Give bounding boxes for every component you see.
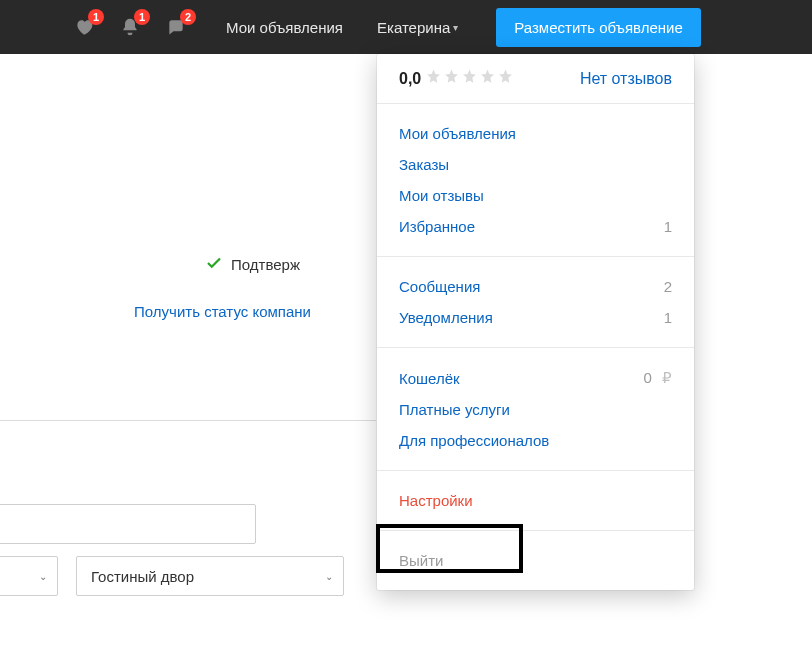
star-icon bbox=[479, 68, 496, 89]
star-icon bbox=[425, 68, 442, 89]
username-label: Екатерина bbox=[377, 19, 450, 36]
top-navbar: 1 1 2 Мои объявления Екатерина ▾ Размест… bbox=[0, 0, 812, 54]
metro-value: Гостиный двор bbox=[91, 568, 194, 585]
dd-messages[interactable]: Сообщения bbox=[399, 278, 480, 295]
menu-section-2: Сообщения 2 Уведомления 1 bbox=[377, 256, 694, 347]
dd-messages-count: 2 bbox=[664, 278, 672, 295]
company-status-link[interactable]: Получить статус компани bbox=[80, 303, 365, 320]
no-reviews-link[interactable]: Нет отзывов bbox=[580, 70, 672, 88]
star-icon bbox=[461, 68, 478, 89]
dd-favorites[interactable]: Избранное bbox=[399, 218, 475, 235]
dd-wallet-amount: 0 bbox=[643, 369, 651, 386]
menu-section-1: Мои объявления Заказы Мои отзывы Избранн… bbox=[377, 103, 694, 256]
confirmed-label: Подтверж bbox=[231, 256, 300, 273]
notifications-badge: 1 bbox=[134, 9, 150, 25]
rating-section: 0,0 Нет отзывов bbox=[377, 54, 694, 103]
dd-paid-services[interactable]: Платные услуги bbox=[399, 401, 510, 418]
dd-my-ads[interactable]: Мои объявления bbox=[399, 125, 516, 142]
star-rating bbox=[425, 68, 514, 89]
text-input[interactable] bbox=[0, 504, 256, 544]
metro-select[interactable]: Гостиный двор ⌄ bbox=[76, 556, 344, 596]
dd-for-pros[interactable]: Для профессионалов bbox=[399, 432, 549, 449]
dd-notifications[interactable]: Уведомления bbox=[399, 309, 493, 326]
checkmark-icon bbox=[205, 254, 223, 275]
menu-section-settings: Настройки bbox=[377, 470, 694, 530]
post-ad-button[interactable]: Разместить объявление bbox=[496, 8, 700, 47]
dd-wallet[interactable]: Кошелёк bbox=[399, 370, 460, 387]
my-ads-link[interactable]: Мои объявления bbox=[226, 19, 343, 36]
menu-section-3: Кошелёк 0 ₽ Платные услуги Для профессио… bbox=[377, 347, 694, 470]
bell-icon[interactable]: 1 bbox=[116, 13, 144, 41]
select-small[interactable]: ⌄ bbox=[0, 556, 58, 596]
favorites-badge: 1 bbox=[88, 9, 104, 25]
ruble-icon: ₽ bbox=[662, 369, 672, 386]
chevron-down-icon: ⌄ bbox=[39, 571, 47, 582]
star-icon bbox=[443, 68, 460, 89]
dd-settings[interactable]: Настройки bbox=[399, 485, 672, 516]
main-content: Подтверж Получить статус компани bbox=[0, 54, 380, 320]
dd-notifications-count: 1 bbox=[664, 309, 672, 326]
dd-orders[interactable]: Заказы bbox=[399, 156, 449, 173]
star-icon bbox=[497, 68, 514, 89]
divider bbox=[0, 420, 376, 421]
messages-badge: 2 bbox=[180, 9, 196, 25]
dd-favorites-count: 1 bbox=[664, 218, 672, 235]
confirmed-row: Подтверж bbox=[140, 254, 365, 275]
menu-section-logout: Выйти bbox=[377, 530, 694, 590]
user-dropdown: 0,0 Нет отзывов Мои объявления Заказы Мо… bbox=[377, 54, 694, 590]
user-menu-trigger[interactable]: Екатерина ▾ bbox=[377, 19, 458, 36]
select-row: ⌄ Гостиный двор ⌄ bbox=[0, 556, 344, 596]
favorites-icon[interactable]: 1 bbox=[70, 13, 98, 41]
chevron-down-icon: ⌄ bbox=[325, 571, 333, 582]
dd-logout[interactable]: Выйти bbox=[399, 545, 672, 576]
dd-my-reviews[interactable]: Мои отзывы bbox=[399, 187, 484, 204]
chat-icon[interactable]: 2 bbox=[162, 13, 190, 41]
chevron-down-icon: ▾ bbox=[453, 22, 458, 33]
rating-value: 0,0 bbox=[399, 70, 421, 88]
